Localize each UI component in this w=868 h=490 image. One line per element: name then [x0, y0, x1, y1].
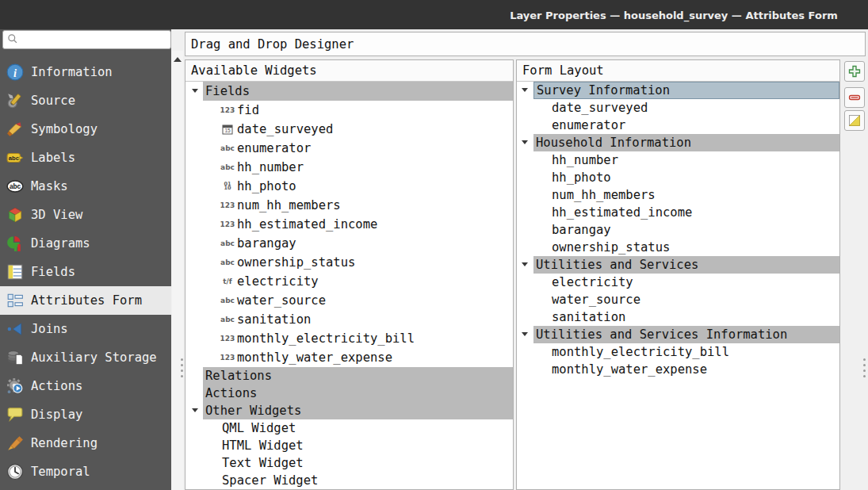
available-widget-html-widget[interactable]: HTML Widget	[185, 437, 513, 454]
splitter-handle[interactable]	[863, 357, 866, 379]
form-editor-type-select[interactable]: Drag and Drop Designer	[185, 32, 866, 56]
available-widget-hh-estimated-income[interactable]: 123hh_estimated_income	[185, 215, 513, 234]
sidebar-item-auxiliary-storage[interactable]: Auxiliary Storage	[0, 343, 171, 372]
available-widget-spacer-widget[interactable]: Spacer Widget	[185, 472, 513, 489]
available-widget-num-hh-members[interactable]: 123num_hh_members	[185, 196, 513, 215]
form-group-utilities-and-services-information[interactable]: Utilities and Services Information	[517, 326, 839, 343]
sidebar-item-attributes-form[interactable]: Attributes Form	[0, 286, 171, 315]
form-layout-item-hh-photo[interactable]: hh_photo	[517, 169, 839, 186]
scroll-up-arrow-icon[interactable]	[174, 57, 182, 62]
sidebar-item-symbology[interactable]: Symbology	[0, 115, 171, 144]
text-type-icon: abc	[220, 297, 235, 304]
binary-type-icon: 0110	[220, 182, 235, 191]
sidebar-item-source[interactable]: Source	[0, 86, 171, 115]
layer-properties-window: Layer Properties — household_survey — At…	[0, 0, 868, 490]
widget-label: monthly_electricity_bill	[237, 331, 415, 346]
sidebar-item-joins[interactable]: Joins	[0, 315, 171, 343]
form-layout-item-enumerator[interactable]: enumerator	[517, 117, 839, 134]
form-layout-item-monthly-electricity-bill[interactable]: monthly_electricity_bill	[517, 343, 839, 361]
sidebar-item-fields[interactable]: Fields	[0, 258, 171, 286]
widget-label: ownership_status	[237, 255, 355, 270]
sidebar-item-diagrams[interactable]: Diagrams	[0, 229, 171, 258]
search-box[interactable]	[2, 30, 171, 49]
widget-label: Spacer Widget	[222, 473, 318, 488]
form-layout-item-hh-estimated-income[interactable]: hh_estimated_income	[517, 204, 839, 221]
sidebar-item-temporal[interactable]: Temporal	[0, 457, 171, 486]
expander-icon[interactable]	[522, 332, 528, 336]
sidebar-item-rendering[interactable]: Rendering	[0, 429, 171, 457]
widget-group-actions[interactable]: Actions	[185, 385, 513, 402]
form-layout-item-barangay[interactable]: barangay	[517, 221, 839, 239]
form-layout-item-ownership-status[interactable]: ownership_status	[517, 239, 839, 256]
expander-icon[interactable]	[192, 408, 198, 412]
form-layout-item-num-hh-members[interactable]: num_hh_members	[517, 186, 839, 204]
joins-icon	[6, 320, 24, 338]
expander-icon[interactable]	[522, 262, 528, 266]
form-layout-item-hh-number[interactable]: hh_number	[517, 151, 839, 169]
field-label: barangay	[552, 223, 611, 237]
remove-item-button[interactable]	[844, 87, 865, 108]
int-type-icon: 123	[220, 221, 235, 228]
form-group-survey-information[interactable]: Survey Information	[517, 82, 839, 99]
field-label: enumerator	[552, 118, 625, 132]
available-widget-electricity[interactable]: t/felectricity	[185, 272, 513, 291]
widget-group-relations[interactable]: Relations	[185, 367, 513, 385]
expander-icon[interactable]	[522, 140, 528, 144]
widget-label: monthly_water_expense	[237, 350, 392, 365]
sidebar-item-label: Information	[31, 65, 113, 79]
available-widget-water-source[interactable]: abcwater_source	[185, 291, 513, 310]
expander-icon[interactable]	[522, 88, 528, 92]
available-widget-hh-photo[interactable]: 0110hh_photo	[185, 177, 513, 196]
available-widget-text-widget[interactable]: Text Widget	[185, 454, 513, 472]
add-container-button[interactable]	[844, 61, 865, 82]
available-widget-date-surveyed[interactable]: 15date_surveyed	[185, 120, 513, 139]
field-label: hh_estimated_income	[552, 205, 692, 220]
available-widget-monthly-electricity-bill[interactable]: 123monthly_electricity_bill	[185, 329, 513, 348]
text-type-icon: abc	[220, 259, 235, 266]
text-type-icon: abc	[220, 240, 235, 247]
available-widget-hh-number[interactable]: abchh_number	[185, 158, 513, 177]
sidebar-item-label: Source	[31, 94, 75, 108]
widget-label: hh_estimated_income	[237, 217, 377, 232]
sidebar-item-3d-view[interactable]: 3D View	[0, 201, 171, 229]
sidebar-item-actions[interactable]: Actions	[0, 372, 171, 400]
widget-group-fields[interactable]: Fields	[185, 82, 513, 101]
sidebar-item-display[interactable]: Display	[0, 400, 171, 429]
group-label: Utilities and Services	[536, 258, 698, 272]
widget-label: Text Widget	[222, 456, 304, 470]
expander-icon[interactable]	[192, 89, 198, 93]
widget-label: HTML Widget	[222, 438, 304, 453]
form-layout-item-date-surveyed[interactable]: date_surveyed	[517, 99, 839, 117]
available-widgets-tree: Fields123fid15date_surveyedabcenumerator…	[185, 82, 513, 489]
form-layout-item-sanitation[interactable]: sanitation	[517, 308, 839, 326]
available-widget-monthly-water-expense[interactable]: 123monthly_water_expense	[185, 348, 513, 367]
form-group-household-information[interactable]: Household Information	[517, 134, 839, 151]
edit-properties-button[interactable]	[844, 110, 865, 131]
int-type-icon: 123	[220, 107, 235, 114]
splitter-handle[interactable]	[181, 357, 183, 379]
source-icon	[6, 92, 24, 109]
sidebar-item-label: 3D View	[31, 208, 82, 222]
widget-group-other-widgets[interactable]: Other Widgets	[185, 402, 513, 419]
available-widget-barangay[interactable]: abcbarangay	[185, 234, 513, 253]
field-label: ownership_status	[552, 240, 670, 255]
title-bar[interactable]: Layer Properties — household_survey — At…	[0, 0, 868, 29]
form-layout-item-monthly-water-expense[interactable]: monthly_water_expense	[517, 361, 839, 378]
form-layout-item-electricity[interactable]: electricity	[517, 274, 839, 291]
field-label: sanitation	[552, 310, 625, 324]
available-widget-sanitation[interactable]: abcsanitation	[185, 310, 513, 329]
int-type-icon: 123	[220, 335, 235, 343]
sidebar-item-label: Temporal	[31, 465, 90, 479]
group-label: Utilities and Services Information	[536, 327, 787, 342]
form-group-utilities-and-services[interactable]: Utilities and Services	[517, 256, 839, 274]
search-input[interactable]	[21, 33, 170, 47]
form-layout-item-water-source[interactable]: water_source	[517, 291, 839, 308]
sidebar-item-masks[interactable]: abcMasks	[0, 172, 171, 201]
sidebar-scrollbar[interactable]	[172, 51, 183, 490]
sidebar-item-information[interactable]: iInformation	[0, 58, 171, 86]
sidebar-item-labels[interactable]: abcLabels	[0, 144, 171, 172]
available-widget-ownership-status[interactable]: abcownership_status	[185, 253, 513, 272]
available-widget-qml-widget[interactable]: QML Widget	[185, 419, 513, 437]
available-widget-enumerator[interactable]: abcenumerator	[185, 139, 513, 158]
available-widget-fid[interactable]: 123fid	[185, 101, 513, 120]
